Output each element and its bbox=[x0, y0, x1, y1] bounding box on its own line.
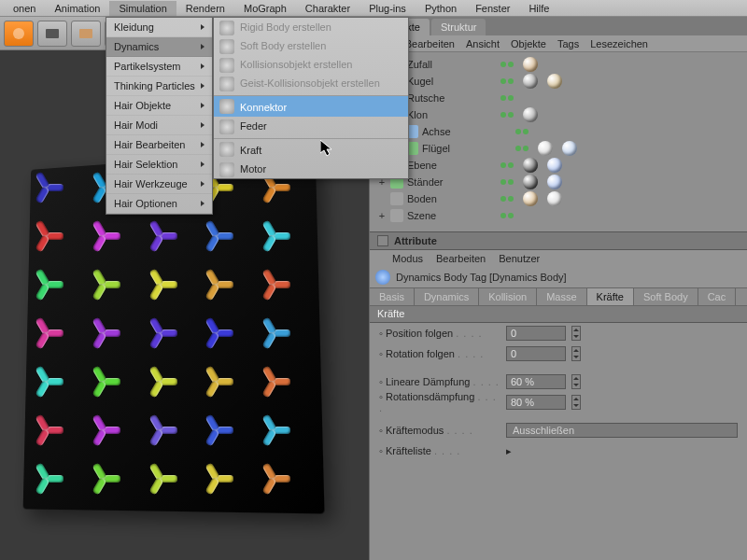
spinner-object bbox=[28, 410, 69, 451]
object-row[interactable]: Rutsche bbox=[370, 90, 747, 106]
field-row: ◦ Kräfteliste . . . .▸ bbox=[370, 441, 747, 461]
object-row[interactable]: +Ständer bbox=[370, 174, 747, 190]
field-row: ◦ Kräftemodus . . . .Ausschließen bbox=[370, 420, 747, 441]
submenu-item: Kollisionsobjekt erstellen bbox=[214, 55, 408, 74]
spinner-object bbox=[255, 361, 296, 402]
obj-menu-item[interactable]: Tags bbox=[557, 38, 579, 49]
attr-tab[interactable]: Soft Body bbox=[634, 288, 698, 305]
spinner-object bbox=[255, 458, 296, 499]
tab-struktur[interactable]: Struktur bbox=[431, 19, 486, 35]
attr-tab[interactable]: Cac bbox=[698, 288, 737, 305]
attribute-tabs[interactable]: BasisDynamicsKollisionMasseKräfteSoft Bo… bbox=[370, 287, 747, 306]
simulation-menu[interactable]: KleidungDynamicsPartikelsystemThinking P… bbox=[106, 17, 213, 215]
submenu-item[interactable]: Feder bbox=[214, 117, 408, 135]
spinner-object bbox=[28, 313, 69, 354]
obj-menu-item[interactable]: Objekte bbox=[511, 38, 546, 49]
spinner-object bbox=[198, 410, 239, 451]
menubar[interactable]: onenAnimationSimulationRendernMoGraphCha… bbox=[0, 0, 747, 17]
menu-hilfe[interactable]: Hilfe bbox=[519, 1, 558, 16]
spinner-object bbox=[198, 458, 239, 499]
object-row[interactable]: +Flügel bbox=[370, 140, 747, 157]
number-input[interactable]: 60 % bbox=[506, 374, 566, 389]
attribute-menus[interactable]: ModusBearbeitenBenutzer bbox=[370, 250, 747, 267]
menu-item[interactable]: Hair Optionen bbox=[106, 194, 212, 214]
toolbar-button[interactable] bbox=[37, 21, 67, 47]
submenu-item[interactable]: Motor bbox=[214, 160, 408, 178]
attr-tab[interactable]: Kollision bbox=[479, 288, 537, 305]
spinner-object bbox=[142, 410, 183, 451]
attr-tab[interactable]: Dynamics bbox=[415, 288, 479, 305]
tag-title: Dynamics Body Tag [Dynamics Body] bbox=[370, 267, 747, 287]
spinner-object bbox=[28, 167, 69, 208]
number-input[interactable]: 0 bbox=[506, 326, 566, 341]
attr-tab[interactable]: Basis bbox=[370, 288, 415, 305]
svg-point-0 bbox=[13, 28, 24, 39]
menu-python[interactable]: Python bbox=[416, 1, 466, 16]
menu-rendern[interactable]: Rendern bbox=[176, 1, 234, 16]
field-row: ◦ Lineare Dämpfung . . . .60 % bbox=[370, 371, 747, 392]
spinner[interactable] bbox=[571, 374, 581, 389]
menu-charakter[interactable]: Charakter bbox=[296, 1, 359, 16]
spinner[interactable] bbox=[571, 395, 581, 410]
spinner[interactable] bbox=[571, 346, 581, 361]
menu-mograph[interactable]: MoGraph bbox=[234, 1, 296, 16]
submenu-item[interactable]: Konnektor bbox=[214, 95, 408, 117]
dynamics-submenu[interactable]: Rigid Body erstellenSoft Body erstellenK… bbox=[213, 17, 409, 179]
menu-item[interactable]: Hair Werkzeuge bbox=[106, 175, 212, 194]
attr-menu[interactable]: Modus bbox=[392, 253, 423, 264]
spinner-object bbox=[28, 361, 69, 402]
svg-rect-2 bbox=[79, 29, 92, 38]
spinner-object bbox=[255, 264, 296, 305]
toolbar-button[interactable] bbox=[4, 21, 34, 47]
attr-tab[interactable]: Masse bbox=[537, 288, 586, 305]
object-row[interactable]: Achse bbox=[370, 123, 747, 140]
attr-menu[interactable]: Benutzer bbox=[499, 253, 540, 264]
toolbar-button[interactable] bbox=[71, 21, 101, 47]
obj-menu-item[interactable]: Bearbeiten bbox=[405, 38, 455, 49]
spinner-object bbox=[85, 458, 126, 499]
menu-item[interactable]: Hair Objekte bbox=[106, 96, 212, 116]
spinner-object bbox=[255, 216, 296, 257]
expander-icon[interactable]: ▸ bbox=[506, 445, 512, 457]
menu-item[interactable]: Hair Selektion bbox=[106, 155, 212, 175]
attr-tab[interactable]: Kräfte bbox=[587, 288, 634, 305]
spinner-object bbox=[28, 216, 69, 257]
menu-item[interactable]: Partikelsystem bbox=[106, 57, 212, 77]
menu-item[interactable]: Dynamics bbox=[106, 37, 212, 57]
panel-tabs[interactable]: ObjekteStruktur bbox=[370, 17, 747, 35]
spinner-object bbox=[198, 216, 239, 257]
object-row[interactable]: Kugel bbox=[370, 73, 747, 90]
number-input[interactable]: 80 % bbox=[506, 395, 566, 410]
menu-plug-ins[interactable]: Plug-ins bbox=[359, 1, 416, 16]
spinner-object bbox=[28, 458, 69, 499]
spinner-object bbox=[142, 313, 183, 354]
obj-menu-item[interactable]: Ansicht bbox=[466, 38, 500, 49]
object-manager-menu[interactable]: ateiBearbeitenAnsichtObjekteTagsLesezeic… bbox=[370, 35, 747, 52]
menu-fenster[interactable]: Fenster bbox=[466, 1, 519, 16]
menu-animation[interactable]: Animation bbox=[45, 1, 109, 16]
menu-onen[interactable]: onen bbox=[4, 1, 45, 16]
spinner-object bbox=[198, 313, 239, 354]
spinner-object bbox=[85, 216, 126, 257]
submenu-item[interactable]: Kraft bbox=[214, 138, 408, 160]
spinner-object bbox=[142, 458, 183, 499]
spinner[interactable] bbox=[571, 326, 581, 341]
menu-item[interactable]: Thinking Particles bbox=[106, 77, 212, 96]
object-row[interactable]: Boden bbox=[370, 190, 747, 207]
spinner-object bbox=[198, 264, 239, 305]
object-row[interactable]: Ebene bbox=[370, 157, 747, 174]
object-row[interactable]: Zufall bbox=[370, 56, 747, 73]
spinner-object bbox=[255, 313, 296, 354]
select-input[interactable]: Ausschließen bbox=[506, 423, 738, 438]
menu-item[interactable]: Hair Bearbeiten bbox=[106, 135, 212, 155]
menu-item[interactable]: Hair Modi bbox=[106, 116, 212, 135]
menu-simulation[interactable]: Simulation bbox=[109, 1, 176, 16]
menu-item[interactable]: Kleidung bbox=[106, 18, 212, 37]
attr-menu[interactable]: Bearbeiten bbox=[436, 253, 486, 264]
obj-menu-item[interactable]: Lesezeichen bbox=[590, 38, 648, 49]
number-input[interactable]: 0 bbox=[506, 346, 566, 361]
field-row: ◦ Rotation folgen . . . .0 bbox=[370, 343, 747, 364]
object-row[interactable]: +Szene bbox=[370, 207, 747, 224]
object-tree[interactable]: ZufallKugelRutsche+KlonAchse+FlügelEbene… bbox=[370, 52, 747, 231]
object-row[interactable]: +Klon bbox=[370, 106, 747, 123]
